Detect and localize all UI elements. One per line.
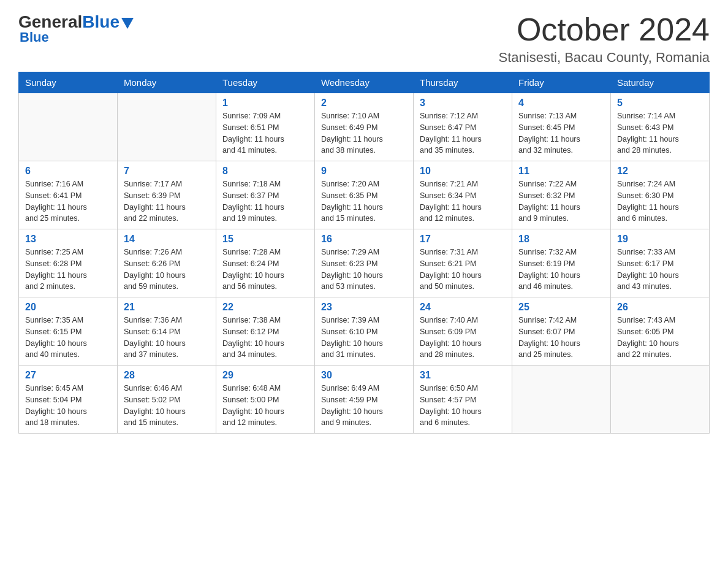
day-number: 21	[124, 302, 210, 313]
calendar-cell: 7Sunrise: 7:17 AM Sunset: 6:39 PM Daylig…	[118, 161, 216, 229]
calendar-cell: 8Sunrise: 7:18 AM Sunset: 6:37 PM Daylig…	[216, 161, 315, 229]
calendar-cell: 16Sunrise: 7:29 AM Sunset: 6:23 PM Dayli…	[315, 229, 414, 297]
day-number: 15	[222, 234, 308, 245]
day-number: 13	[25, 234, 111, 245]
day-number: 9	[321, 166, 407, 177]
day-info: Sunrise: 7:13 AM Sunset: 6:45 PM Dayligh…	[518, 110, 604, 156]
calendar-cell: 1Sunrise: 7:09 AM Sunset: 6:51 PM Daylig…	[216, 93, 315, 161]
week-row: 13Sunrise: 7:25 AM Sunset: 6:28 PM Dayli…	[19, 229, 710, 297]
day-number: 19	[617, 234, 703, 245]
day-number: 26	[617, 302, 703, 313]
day-number: 18	[518, 234, 604, 245]
calendar-cell: 5Sunrise: 7:14 AM Sunset: 6:43 PM Daylig…	[611, 93, 710, 161]
day-number: 30	[321, 370, 407, 381]
calendar-cell: 9Sunrise: 7:20 AM Sunset: 6:35 PM Daylig…	[315, 161, 414, 229]
day-info: Sunrise: 7:24 AM Sunset: 6:30 PM Dayligh…	[617, 178, 703, 224]
day-number: 8	[222, 166, 308, 177]
day-number: 25	[518, 302, 604, 313]
calendar-cell	[512, 366, 611, 434]
calendar-cell	[118, 93, 216, 161]
day-info: Sunrise: 7:38 AM Sunset: 6:12 PM Dayligh…	[222, 315, 308, 361]
day-info: Sunrise: 7:29 AM Sunset: 6:23 PM Dayligh…	[321, 247, 407, 293]
day-number: 12	[617, 166, 703, 177]
page-header: GeneralBlue Blue October 2024 Stanisesti…	[18, 12, 710, 66]
day-number: 1	[222, 98, 308, 109]
day-info: Sunrise: 7:35 AM Sunset: 6:15 PM Dayligh…	[25, 315, 111, 361]
calendar-cell: 3Sunrise: 7:12 AM Sunset: 6:47 PM Daylig…	[414, 93, 512, 161]
week-row: 6Sunrise: 7:16 AM Sunset: 6:41 PM Daylig…	[19, 161, 710, 229]
calendar-cell: 17Sunrise: 7:31 AM Sunset: 6:21 PM Dayli…	[414, 229, 512, 297]
day-info: Sunrise: 7:21 AM Sunset: 6:34 PM Dayligh…	[420, 178, 506, 224]
calendar-cell: 25Sunrise: 7:42 AM Sunset: 6:07 PM Dayli…	[512, 297, 611, 366]
calendar-cell: 27Sunrise: 6:45 AM Sunset: 5:04 PM Dayli…	[19, 366, 118, 434]
week-row: 27Sunrise: 6:45 AM Sunset: 5:04 PM Dayli…	[19, 366, 710, 434]
logo-blue-underline: Blue	[20, 29, 49, 45]
day-info: Sunrise: 6:50 AM Sunset: 4:57 PM Dayligh…	[420, 383, 506, 429]
day-info: Sunrise: 6:49 AM Sunset: 4:59 PM Dayligh…	[321, 383, 407, 429]
day-info: Sunrise: 7:16 AM Sunset: 6:41 PM Dayligh…	[25, 178, 111, 224]
day-of-week-header: Tuesday	[216, 72, 315, 93]
day-info: Sunrise: 6:45 AM Sunset: 5:04 PM Dayligh…	[25, 383, 111, 429]
calendar-cell: 15Sunrise: 7:28 AM Sunset: 6:24 PM Dayli…	[216, 229, 315, 297]
day-number: 17	[420, 234, 506, 245]
week-row: 20Sunrise: 7:35 AM Sunset: 6:15 PM Dayli…	[19, 297, 710, 366]
day-number: 11	[518, 166, 604, 177]
calendar-cell: 28Sunrise: 6:46 AM Sunset: 5:02 PM Dayli…	[118, 366, 216, 434]
day-number: 31	[420, 370, 506, 381]
day-info: Sunrise: 7:12 AM Sunset: 6:47 PM Dayligh…	[420, 110, 506, 156]
calendar-cell: 10Sunrise: 7:21 AM Sunset: 6:34 PM Dayli…	[414, 161, 512, 229]
day-number: 7	[124, 166, 210, 177]
day-number: 2	[321, 98, 407, 109]
day-info: Sunrise: 6:48 AM Sunset: 5:00 PM Dayligh…	[222, 383, 308, 429]
month-title: October 2024	[499, 12, 710, 47]
day-info: Sunrise: 7:22 AM Sunset: 6:32 PM Dayligh…	[518, 178, 604, 224]
calendar-cell: 23Sunrise: 7:39 AM Sunset: 6:10 PM Dayli…	[315, 297, 414, 366]
day-number: 29	[222, 370, 308, 381]
day-number: 5	[617, 98, 703, 109]
calendar-cell: 31Sunrise: 6:50 AM Sunset: 4:57 PM Dayli…	[414, 366, 512, 434]
day-number: 20	[25, 302, 111, 313]
day-number: 14	[124, 234, 210, 245]
calendar-cell: 13Sunrise: 7:25 AM Sunset: 6:28 PM Dayli…	[19, 229, 118, 297]
day-info: Sunrise: 7:18 AM Sunset: 6:37 PM Dayligh…	[222, 178, 308, 224]
calendar-cell: 30Sunrise: 6:49 AM Sunset: 4:59 PM Dayli…	[315, 366, 414, 434]
calendar-cell: 20Sunrise: 7:35 AM Sunset: 6:15 PM Dayli…	[19, 297, 118, 366]
calendar-cell: 29Sunrise: 6:48 AM Sunset: 5:00 PM Dayli…	[216, 366, 315, 434]
calendar-cell: 24Sunrise: 7:40 AM Sunset: 6:09 PM Dayli…	[414, 297, 512, 366]
day-info: Sunrise: 7:42 AM Sunset: 6:07 PM Dayligh…	[518, 315, 604, 361]
day-info: Sunrise: 7:36 AM Sunset: 6:14 PM Dayligh…	[124, 315, 210, 361]
day-info: Sunrise: 7:10 AM Sunset: 6:49 PM Dayligh…	[321, 110, 407, 156]
day-number: 6	[25, 166, 111, 177]
calendar-cell: 26Sunrise: 7:43 AM Sunset: 6:05 PM Dayli…	[611, 297, 710, 366]
day-info: Sunrise: 7:25 AM Sunset: 6:28 PM Dayligh…	[25, 247, 111, 293]
calendar-cell: 21Sunrise: 7:36 AM Sunset: 6:14 PM Dayli…	[118, 297, 216, 366]
logo-blue-text: Blue	[82, 12, 119, 32]
calendar-table: SundayMondayTuesdayWednesdayThursdayFrid…	[18, 72, 710, 434]
calendar-cell: 11Sunrise: 7:22 AM Sunset: 6:32 PM Dayli…	[512, 161, 611, 229]
day-info: Sunrise: 7:20 AM Sunset: 6:35 PM Dayligh…	[321, 178, 407, 224]
day-number: 23	[321, 302, 407, 313]
day-info: Sunrise: 7:28 AM Sunset: 6:24 PM Dayligh…	[222, 247, 308, 293]
day-info: Sunrise: 7:17 AM Sunset: 6:39 PM Dayligh…	[124, 178, 210, 224]
day-info: Sunrise: 7:43 AM Sunset: 6:05 PM Dayligh…	[617, 315, 703, 361]
calendar-cell: 14Sunrise: 7:26 AM Sunset: 6:26 PM Dayli…	[118, 229, 216, 297]
day-of-week-header: Saturday	[611, 72, 710, 93]
calendar-cell: 6Sunrise: 7:16 AM Sunset: 6:41 PM Daylig…	[19, 161, 118, 229]
calendar-cell: 22Sunrise: 7:38 AM Sunset: 6:12 PM Dayli…	[216, 297, 315, 366]
calendar-cell: 18Sunrise: 7:32 AM Sunset: 6:19 PM Dayli…	[512, 229, 611, 297]
day-number: 24	[420, 302, 506, 313]
calendar-cell: 2Sunrise: 7:10 AM Sunset: 6:49 PM Daylig…	[315, 93, 414, 161]
calendar-cell: 19Sunrise: 7:33 AM Sunset: 6:17 PM Dayli…	[611, 229, 710, 297]
calendar-cell	[611, 366, 710, 434]
day-info: Sunrise: 6:46 AM Sunset: 5:02 PM Dayligh…	[124, 383, 210, 429]
day-of-week-header: Thursday	[414, 72, 512, 93]
week-row: 1Sunrise: 7:09 AM Sunset: 6:51 PM Daylig…	[19, 93, 710, 161]
day-number: 16	[321, 234, 407, 245]
calendar-header-row: SundayMondayTuesdayWednesdayThursdayFrid…	[19, 72, 710, 93]
day-number: 22	[222, 302, 308, 313]
logo: GeneralBlue Blue	[18, 12, 134, 45]
day-number: 3	[420, 98, 506, 109]
calendar-cell: 12Sunrise: 7:24 AM Sunset: 6:30 PM Dayli…	[611, 161, 710, 229]
day-number: 10	[420, 166, 506, 177]
day-of-week-header: Monday	[118, 72, 216, 93]
